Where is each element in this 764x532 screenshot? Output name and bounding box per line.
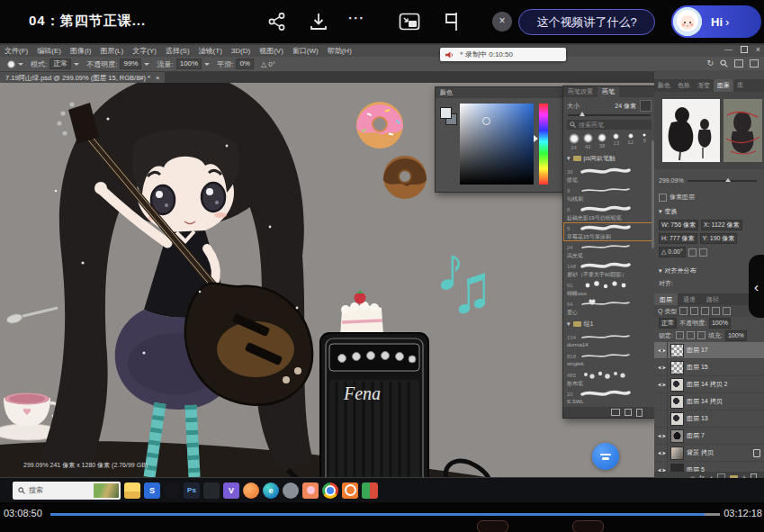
menu-type[interactable]: 文字(Y): [128, 46, 161, 56]
layer-row[interactable]: 图层 14 拷贝: [654, 393, 764, 410]
dimmed-button-2[interactable]: [572, 520, 604, 532]
minimize-icon[interactable]: —: [724, 45, 733, 54]
dimmed-button-1[interactable]: [477, 520, 508, 532]
close-icon[interactable]: ×: [492, 12, 512, 32]
layer-thumbnail[interactable]: [670, 464, 684, 473]
tab-brushes[interactable]: 画笔: [598, 86, 619, 97]
layer-thumbnail[interactable]: [670, 429, 684, 443]
taskbar-edge-icon[interactable]: e: [263, 482, 279, 499]
taskbar-explorer-icon[interactable]: [124, 482, 140, 499]
taskbar-s-app-icon[interactable]: S: [144, 482, 160, 499]
smoothing-value[interactable]: 0%: [236, 59, 254, 69]
layer-thumbnail[interactable]: [670, 361, 684, 374]
layer-thumbnail[interactable]: [670, 395, 684, 409]
tab-libraries[interactable]: 库: [733, 79, 747, 92]
eye-toggle-empty[interactable]: [656, 393, 668, 410]
brush-item[interactable]: 8 起稿光影19号仿纸铅笔: [563, 203, 655, 222]
brush-preset[interactable]: 42: [582, 133, 594, 150]
brush-preset-icon[interactable]: [7, 60, 15, 68]
filter-type-label[interactable]: Q 类型: [658, 307, 677, 316]
layer-row[interactable]: 图层 17: [654, 342, 764, 359]
brush-search[interactable]: 搜索画笔: [567, 120, 652, 130]
slider-thumb[interactable]: [580, 112, 585, 116]
filter-smart-icon[interactable]: [723, 307, 731, 315]
layer-thumbnail[interactable]: [670, 412, 684, 426]
y-field[interactable]: Y: 190 像素: [700, 233, 738, 244]
eye-icon[interactable]: [658, 347, 666, 354]
lock-position-icon[interactable]: [687, 331, 695, 339]
reference-thumb-1[interactable]: [662, 99, 720, 162]
menu-3d[interactable]: 3D(D): [227, 47, 255, 55]
tab-paths[interactable]: 路径: [701, 293, 724, 305]
color-cursor[interactable]: [482, 117, 490, 125]
taskbar-app-pink-icon[interactable]: [307, 486, 315, 494]
tab-patterns[interactable]: 图案: [714, 79, 733, 92]
brush-item[interactable]: 818 singlek: [563, 350, 655, 369]
layer-row[interactable]: 图层 15: [654, 359, 764, 376]
taskbar-v-app-icon[interactable]: V: [223, 482, 239, 499]
navigator-zoom-value[interactable]: 299.09%: [659, 177, 684, 184]
tab-brush-settings[interactable]: 画笔设置: [563, 86, 598, 97]
brush-item-selected[interactable]: 5 草莓花15号厚涂刷: [563, 222, 655, 241]
workspace-icon[interactable]: [734, 59, 743, 68]
brush-item[interactable]: 148 磨砂（不要大于60阴影）: [563, 260, 655, 279]
brush-item[interactable]: 36 喷笔: [563, 166, 655, 185]
brush-item[interactable]: 64 爱心: [563, 298, 655, 317]
ai-assistant-button[interactable]: Hi ›: [671, 5, 761, 38]
layer-row[interactable]: 图层 7: [654, 428, 764, 445]
flag-icon[interactable]: [443, 12, 461, 32]
menu-filter[interactable]: 滤镜(T): [194, 46, 227, 56]
brush-size-slider[interactable]: [568, 114, 651, 116]
blend-mode-select[interactable]: 正常: [659, 318, 677, 329]
slider-thumb[interactable]: [725, 178, 731, 182]
color-panel-header[interactable]: 颜色: [436, 87, 568, 98]
layer-thumbnail[interactable]: [670, 344, 684, 357]
eye-icon[interactable]: [658, 433, 666, 439]
taskbar-photoshop-icon[interactable]: Ps: [184, 482, 200, 499]
filter-adjustment-icon[interactable]: [690, 307, 698, 315]
eye-icon[interactable]: [658, 382, 666, 388]
more-icon[interactable]: ⋯: [347, 7, 365, 28]
angle-field[interactable]: △ 0.00°: [659, 247, 686, 257]
brush-item[interactable]: 20 S.SWL: [563, 388, 655, 407]
chat-bubble-button[interactable]: [592, 443, 619, 470]
mode-select[interactable]: 正常: [49, 59, 71, 69]
menu-select[interactable]: 选择(S): [161, 46, 194, 56]
eye-icon[interactable]: [658, 365, 666, 371]
flip-h-icon[interactable]: [688, 248, 697, 257]
layer-thumbnail[interactable]: [670, 446, 684, 460]
layer-row[interactable]: 图层 5: [654, 462, 764, 472]
taskbar-app-icon[interactable]: [203, 482, 220, 499]
brush-item[interactable]: 61 蝴蝶ooo: [563, 279, 655, 298]
menu-help[interactable]: 帮助(H): [323, 46, 356, 56]
tab-swatches[interactable]: 色板: [674, 79, 694, 92]
brush-preset[interactable]: 38: [597, 133, 608, 150]
brush-item[interactable]: 9 勾线刷: [563, 185, 655, 203]
menu-window[interactable]: 窗口(W): [288, 46, 323, 56]
menu-file[interactable]: 文件(F): [0, 46, 32, 56]
brush-preset[interactable]: 24: [568, 133, 580, 150]
brush-angle-value[interactable]: △ 0°: [261, 60, 275, 68]
eye-toggle-empty[interactable]: [656, 410, 668, 427]
lock-all-icon[interactable]: [697, 331, 706, 339]
search-highlight-image[interactable]: [94, 483, 119, 498]
monitor-icon[interactable]: [750, 59, 759, 68]
layer-row[interactable]: 图层 14 拷贝 2: [654, 376, 764, 393]
size-value[interactable]: 24 像素: [615, 102, 636, 111]
filter-text-icon[interactable]: [701, 307, 709, 315]
foreground-color-swatch[interactable]: [440, 107, 452, 119]
filter-pixel-icon[interactable]: [679, 307, 688, 315]
brush-preset[interactable]: 5: [639, 133, 651, 150]
saturation-value-square[interactable]: [460, 104, 534, 185]
new-group-icon[interactable]: [611, 409, 620, 416]
navigator-zoom-slider[interactable]: [688, 180, 757, 182]
window-close-icon[interactable]: ×: [756, 45, 760, 54]
ask-ai-button[interactable]: 这个视频讲了什么?: [518, 9, 655, 35]
eye-icon[interactable]: [658, 450, 666, 456]
brush-item[interactable]: 24 高光笔: [563, 241, 655, 260]
layer-row[interactable]: 背景 拷贝: [654, 445, 764, 462]
brush-group-header[interactable]: ▾ 组1: [563, 317, 655, 331]
share-icon[interactable]: [267, 12, 287, 32]
download-icon[interactable]: [309, 12, 328, 32]
menu-layer[interactable]: 图层(L): [95, 46, 128, 56]
